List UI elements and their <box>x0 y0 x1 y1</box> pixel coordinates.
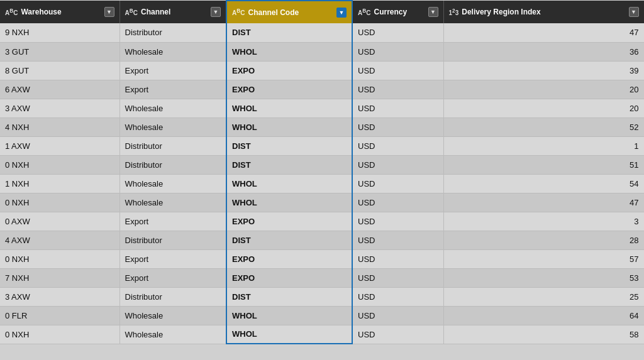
currency-cell: USD <box>352 287 443 306</box>
currency-cell: USD <box>352 325 443 344</box>
delivery-cell: 28 <box>443 231 644 249</box>
warehouse-cell: 3 AXW <box>0 287 119 306</box>
currency-cell: USD <box>352 99 443 117</box>
table-row: 1 AXWDistributorDISTUSD1 <box>0 136 644 155</box>
currency-column-header[interactable]: ABC Currency ▼ <box>352 1 443 23</box>
warehouse-cell: 0 AXW <box>0 212 119 231</box>
warehouse-cell: 6 AXW <box>0 80 119 99</box>
table-row: 0 NXHWholesaleWHOLUSD58 <box>0 325 644 344</box>
currency-cell: USD <box>352 117 443 136</box>
channel-cell: Export <box>119 249 226 268</box>
delivery-cell: 3 <box>443 212 644 231</box>
delivery-cell: 58 <box>443 325 644 344</box>
currency-cell: USD <box>352 174 443 193</box>
table-row: 8 GUTExportEXPOUSD39 <box>0 61 644 80</box>
abc-icon: ABC <box>232 8 245 16</box>
channel-cell: Distributor <box>119 23 226 42</box>
currency-cell: USD <box>352 306 443 325</box>
channel-code-cell: EXPO <box>226 212 352 231</box>
table-row: 3 AXWDistributorDISTUSD25 <box>0 287 644 306</box>
channel-code-cell: WHOL <box>226 174 352 193</box>
channel-cell: Wholesale <box>119 42 226 61</box>
warehouse-cell: 0 NXH <box>0 193 119 212</box>
currency-cell: USD <box>352 155 443 174</box>
abc-icon: ABC <box>125 8 138 16</box>
table-row: 4 NXHWholesaleWHOLUSD52 <box>0 117 644 136</box>
channel-cell: Export <box>119 80 226 99</box>
table-row: 6 AXWExportEXPOUSD20 <box>0 80 644 99</box>
delivery-sort-button[interactable]: ▼ <box>629 7 639 17</box>
warehouse-cell: 7 NXH <box>0 268 119 287</box>
warehouse-cell: 0 FLR <box>0 306 119 325</box>
channel-cell: Wholesale <box>119 117 226 136</box>
warehouse-cell: 1 AXW <box>0 136 119 155</box>
table-row: 7 NXHExportEXPOUSD53 <box>0 268 644 287</box>
currency-cell: USD <box>352 136 443 155</box>
table-row: 0 FLRWholesaleWHOLUSD64 <box>0 306 644 325</box>
delivery-cell: 1 <box>443 136 644 155</box>
channel-code-header-label: Channel Code <box>248 8 299 17</box>
channel-sort-button[interactable]: ▼ <box>211 7 221 17</box>
warehouse-cell: 0 NXH <box>0 249 119 268</box>
currency-cell: USD <box>352 231 443 249</box>
channel-code-cell: DIST <box>226 136 352 155</box>
channel-cell: Wholesale <box>119 193 226 212</box>
delivery-region-column-header[interactable]: 123 Delivery Region Index ▼ <box>443 1 644 23</box>
currency-sort-button[interactable]: ▼ <box>428 7 438 17</box>
warehouse-cell: 8 GUT <box>0 61 119 80</box>
123-icon: 123 <box>449 8 459 16</box>
delivery-cell: 53 <box>443 268 644 287</box>
table-row: 0 NXHDistributorDISTUSD51 <box>0 155 644 174</box>
table-row: 0 NXHWholesaleWHOLUSD47 <box>0 193 644 212</box>
warehouse-cell: 9 NXH <box>0 23 119 42</box>
channel-code-cell: DIST <box>226 23 352 42</box>
data-table: ABC Warehouse ▼ ABC Channel ▼ ABC Ch <box>0 0 644 360</box>
channel-code-cell: DIST <box>226 155 352 174</box>
table-row: 9 NXHDistributorDISTUSD47 <box>0 23 644 42</box>
channel-code-cell: WHOL <box>226 42 352 61</box>
channel-code-cell: WHOL <box>226 193 352 212</box>
channel-code-cell: WHOL <box>226 117 352 136</box>
delivery-cell: 39 <box>443 61 644 80</box>
table-header-row: ABC Warehouse ▼ ABC Channel ▼ ABC Ch <box>0 1 644 23</box>
channel-code-column-header[interactable]: ABC Channel Code ▼ <box>226 1 352 23</box>
channel-cell: Distributor <box>119 155 226 174</box>
table-row: 4 AXWDistributorDISTUSD28 <box>0 231 644 249</box>
channel-code-sort-button[interactable]: ▼ <box>336 8 347 18</box>
delivery-cell: 51 <box>443 155 644 174</box>
currency-cell: USD <box>352 80 443 99</box>
warehouse-cell: 3 GUT <box>0 42 119 61</box>
delivery-cell: 47 <box>443 23 644 42</box>
channel-code-cell: WHOL <box>226 306 352 325</box>
warehouse-cell: 4 NXH <box>0 117 119 136</box>
table-row: 0 NXHExportEXPOUSD57 <box>0 249 644 268</box>
channel-code-cell: EXPO <box>226 61 352 80</box>
delivery-cell: 47 <box>443 193 644 212</box>
currency-cell: USD <box>352 212 443 231</box>
warehouse-cell: 3 AXW <box>0 99 119 117</box>
warehouse-cell: 0 NXH <box>0 325 119 344</box>
delivery-cell: 64 <box>443 306 644 325</box>
channel-cell: Distributor <box>119 287 226 306</box>
warehouse-sort-button[interactable]: ▼ <box>104 7 114 17</box>
channel-column-header[interactable]: ABC Channel ▼ <box>119 1 226 23</box>
currency-cell: USD <box>352 249 443 268</box>
channel-cell: Export <box>119 212 226 231</box>
warehouse-column-header[interactable]: ABC Warehouse ▼ <box>0 1 119 23</box>
currency-cell: USD <box>352 268 443 287</box>
currency-header-label: Currency <box>374 8 407 16</box>
warehouse-header-label: Warehouse <box>21 8 61 16</box>
table-row: 1 NXHWholesaleWHOLUSD54 <box>0 174 644 193</box>
channel-code-cell: DIST <box>226 287 352 306</box>
table-row: 3 GUTWholesaleWHOLUSD36 <box>0 42 644 61</box>
currency-cell: USD <box>352 61 443 80</box>
channel-cell: Export <box>119 268 226 287</box>
warehouse-cell: 0 NXH <box>0 155 119 174</box>
table-row: 3 AXWWholesaleWHOLUSD20 <box>0 99 644 117</box>
channel-cell: Wholesale <box>119 306 226 325</box>
channel-header-label: Channel <box>141 8 170 16</box>
channel-code-cell: EXPO <box>226 249 352 268</box>
warehouse-cell: 1 NXH <box>0 174 119 193</box>
delivery-cell: 54 <box>443 174 644 193</box>
abc-icon: ABC <box>5 8 18 16</box>
